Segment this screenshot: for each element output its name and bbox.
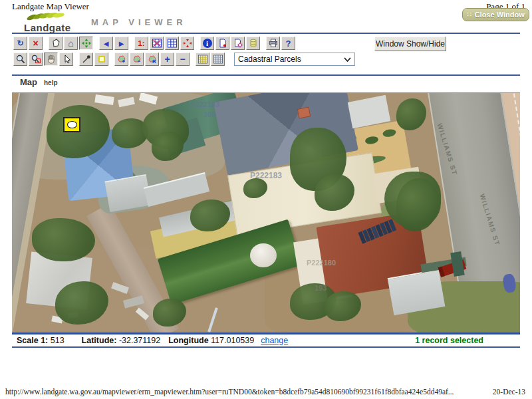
magnifier-box-icon <box>31 54 41 65</box>
status-bar: Scale 1: 513 Latitude: -32.371192 Longit… <box>12 334 520 346</box>
polygon-icon <box>51 38 61 49</box>
export-document-button[interactable] <box>231 37 245 50</box>
refresh-icon: ↻ <box>17 39 23 48</box>
close-window-icon: ∷ <box>467 11 471 18</box>
layer-select-value: Cadastral Parcels <box>238 55 301 64</box>
pipe <box>207 307 218 332</box>
records-selected-status: 1 record selected <box>415 336 483 345</box>
next-extent-button[interactable]: ▶ <box>114 37 128 50</box>
scale-value: 513 <box>51 336 65 345</box>
zoom-in-button[interactable] <box>13 53 27 66</box>
magnifier-icon <box>15 54 26 65</box>
clear-x-icon: × <box>33 38 38 49</box>
zoom-full-extent-button[interactable] <box>79 37 93 50</box>
center-map-button[interactable] <box>180 37 194 50</box>
eyedropper-icon <box>81 54 92 65</box>
refresh-button[interactable]: ↻ <box>13 37 27 50</box>
menubar-divider <box>12 74 520 76</box>
selected-feature-marker-icon[interactable] <box>63 117 80 132</box>
pan-hand-button[interactable] <box>44 53 58 66</box>
select-polygon-reset-button[interactable]: R <box>145 53 159 66</box>
polygon-remove-icon <box>132 54 142 65</box>
minus-icon: − <box>180 54 185 65</box>
zoom-out-fixed-button[interactable]: − <box>176 53 190 66</box>
menu-map[interactable]: Map <box>20 77 37 87</box>
home-icon: ⌂ <box>68 39 73 48</box>
grid-red-icon <box>152 38 162 49</box>
latitude-value: -32.371192 <box>119 336 160 345</box>
identify-info-button[interactable]: i <box>200 37 214 50</box>
zoom-extent-red-button[interactable] <box>150 37 164 50</box>
select-polygon-remove-button[interactable] <box>130 53 144 66</box>
grid-gold-icon <box>198 54 208 65</box>
report-document-button[interactable] <box>215 37 229 50</box>
cursor-arrow-icon <box>61 54 72 65</box>
close-window-button[interactable]: ∷ Close Window <box>462 8 529 21</box>
toolbar-row1: ↻ × ⌂ ◀ ▶ 1: i ? <box>13 37 297 50</box>
layer-select[interactable]: Cadastral Parcels <box>234 53 355 66</box>
print-footer-url: http://www.landgate.wa.gov.au/mapviewer/… <box>5 388 454 396</box>
chevron-down-icon <box>343 57 352 63</box>
tree <box>32 218 95 261</box>
grid-blue-icon <box>167 38 178 49</box>
parcel-label: P222183 <box>250 171 282 180</box>
document-diamond-icon <box>233 38 243 49</box>
red-center-icon <box>182 38 193 49</box>
grid-grey-button[interactable] <box>211 53 225 66</box>
garden-bed <box>382 128 397 138</box>
menu-help[interactable]: help <box>44 79 58 86</box>
landgate-leaves-icon <box>24 11 76 21</box>
polygon-select-button[interactable] <box>49 37 63 50</box>
print-button[interactable] <box>266 37 280 50</box>
document-reddot-icon <box>217 38 228 49</box>
window-show-hide-button[interactable]: Window Show/Hide <box>374 37 446 51</box>
latitude-label: Latitude: <box>82 336 117 345</box>
longitude-value: 117.010539 <box>211 336 254 345</box>
parcel-label: P222180 <box>307 259 336 267</box>
yellow-square-icon <box>96 54 107 65</box>
landgate-logo: Landgate <box>24 11 87 33</box>
app-title: MAP VIEWER <box>91 17 187 27</box>
close-window-label: Close Window <box>475 11 525 19</box>
scale-button[interactable]: 1: <box>134 37 148 50</box>
garden-bed <box>364 136 379 145</box>
pointer-select-button[interactable] <box>59 53 73 66</box>
help-button[interactable]: ? <box>281 37 295 50</box>
printer-icon <box>268 38 279 49</box>
water-tank <box>250 243 277 267</box>
header-divider <box>12 33 520 34</box>
zoom-extent-blue-button[interactable] <box>165 37 179 50</box>
polygon-add-icon <box>116 54 127 65</box>
parcel-label: P222183 <box>190 100 219 108</box>
help-icon: ? <box>286 39 291 49</box>
toolbar-row2: R + − Cadastral Parcels <box>13 53 355 66</box>
change-link[interactable]: change <box>261 336 288 345</box>
info-icon: i <box>203 39 212 48</box>
tree <box>396 98 426 130</box>
database-cylinder-icon <box>248 38 259 49</box>
forward-arrow-icon: ▶ <box>119 40 124 47</box>
grid-gold-button[interactable] <box>196 53 209 66</box>
parcel-label: 193 <box>315 284 327 292</box>
longitude-label: Longitude <box>168 336 208 345</box>
eyedropper-button[interactable] <box>79 53 93 66</box>
scale-label: Scale 1: <box>17 336 48 345</box>
page: Landgate Map Viewer Page 1 of 1 ∷ Close … <box>0 0 532 399</box>
previous-extent-button[interactable]: ◀ <box>99 37 113 50</box>
zoom-box-button[interactable] <box>29 53 43 66</box>
polygon-reset-icon: R <box>147 54 158 65</box>
balloon-symbol <box>67 121 77 128</box>
green-extent-icon <box>81 38 92 49</box>
back-arrow-icon: ◀ <box>104 40 109 47</box>
identify-box-button[interactable] <box>94 53 108 66</box>
clear-selection-button[interactable]: × <box>29 37 43 50</box>
home-button[interactable]: ⌂ <box>64 37 78 50</box>
tree <box>396 178 439 231</box>
map-viewport[interactable]: P222183 300 P222183 P222180 193 WILLIAMS… <box>12 92 520 334</box>
status-divider <box>12 346 520 348</box>
grid-grey-icon <box>213 54 223 65</box>
database-button[interactable] <box>246 37 260 50</box>
zoom-in-fixed-button[interactable]: + <box>160 53 174 66</box>
select-polygon-add-button[interactable] <box>114 53 128 66</box>
print-footer: http://www.landgate.wa.gov.au/mapviewer/… <box>5 388 525 396</box>
